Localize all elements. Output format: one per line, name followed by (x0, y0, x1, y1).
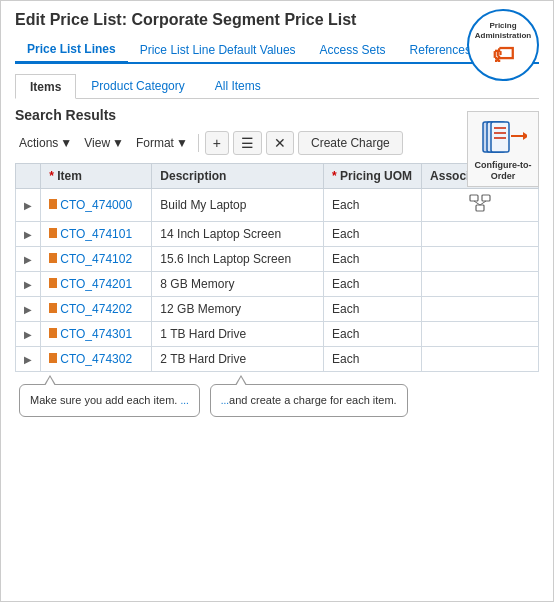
expand-arrow[interactable]: ▶ (24, 200, 32, 211)
item-flag-icon (49, 328, 57, 338)
main-tabs: Price List Lines Price List Line Default… (15, 37, 539, 64)
table-row: ▶CTO_4743011 TB Hard DriveEach (16, 322, 539, 347)
svg-rect-9 (482, 195, 490, 201)
table-row: ▶CTO_47420212 GB MemoryEach (16, 297, 539, 322)
sub-tab-items[interactable]: Items (15, 74, 76, 99)
sub-tab-all-items[interactable]: All Items (200, 74, 276, 98)
actions-chevron-icon: ▼ (60, 136, 72, 150)
page-title: Edit Price List: Corporate Segment Price… (15, 11, 539, 29)
svg-marker-7 (523, 132, 527, 140)
item-cell: CTO_474302 (41, 347, 152, 372)
description-cell: 14 Inch Laptop Screen (152, 222, 324, 247)
associated-items-cell (422, 222, 539, 247)
tab-price-list-line-default-values[interactable]: Price List Line Default Values (128, 38, 308, 62)
cto-label: Configure-to-Order (472, 160, 534, 182)
toolbar: Actions ▼ View ▼ Format ▼ + ☰ ✕ Create C… (15, 131, 539, 155)
pricing-uom-cell: Each (324, 322, 422, 347)
view-button[interactable]: View ▼ (80, 133, 128, 153)
edit-icon: ☰ (241, 135, 254, 151)
expand-arrow[interactable]: ▶ (24, 254, 32, 265)
item-cell: CTO_474201 (41, 272, 152, 297)
item-flag-icon (49, 303, 57, 313)
description-cell: 12 GB Memory (152, 297, 324, 322)
expand-arrow[interactable]: ▶ (24, 329, 32, 340)
expand-arrow[interactable]: ▶ (24, 279, 32, 290)
item-cell: CTO_474000 (41, 189, 152, 222)
col-header-pricing-uom: Pricing UOM (324, 164, 422, 189)
table-header-row: Item Description Pricing UOM Associated … (16, 164, 539, 189)
item-cell: CTO_474301 (41, 322, 152, 347)
callouts-row: Make sure you add each item. ... ...and … (15, 384, 539, 417)
associated-items-cell (422, 347, 539, 372)
add-icon: + (213, 135, 221, 151)
sub-tab-product-category[interactable]: Product Category (76, 74, 199, 98)
item-link[interactable]: CTO_474000 (60, 198, 132, 212)
table-body: ▶CTO_474000Build My LaptopEach ▶CTO_4741… (16, 189, 539, 372)
item-link[interactable]: CTO_474201 (60, 277, 132, 291)
view-chevron-icon: ▼ (112, 136, 124, 150)
item-flag-icon (49, 228, 57, 238)
associated-items-cell (422, 322, 539, 347)
associated-items-icon[interactable] (469, 198, 491, 215)
description-cell: 8 GB Memory (152, 272, 324, 297)
associated-items-cell (422, 297, 539, 322)
item-cell: CTO_474102 (41, 247, 152, 272)
items-table: Item Description Pricing UOM Associated … (15, 163, 539, 372)
format-chevron-icon: ▼ (176, 136, 188, 150)
pricing-uom-cell: Each (324, 189, 422, 222)
item-flag-icon (49, 199, 57, 209)
description-cell: 2 TB Hard Drive (152, 347, 324, 372)
item-link[interactable]: CTO_474102 (60, 252, 132, 266)
callout-2-text: ...and create a charge for each item. (221, 394, 397, 406)
actions-button[interactable]: Actions ▼ (15, 133, 76, 153)
col-header-expand (16, 164, 41, 189)
tab-access-sets[interactable]: Access Sets (308, 38, 398, 62)
actions-label: Actions (19, 136, 58, 150)
table-row: ▶CTO_4743022 TB Hard DriveEach (16, 347, 539, 372)
svg-line-12 (480, 201, 486, 205)
item-link[interactable]: CTO_474202 (60, 302, 132, 316)
create-charge-label: Create Charge (311, 136, 390, 150)
expand-arrow[interactable]: ▶ (24, 304, 32, 315)
item-cell: CTO_474202 (41, 297, 152, 322)
create-charge-button[interactable]: Create Charge (298, 131, 403, 155)
pricing-uom-cell: Each (324, 247, 422, 272)
pricing-uom-cell: Each (324, 347, 422, 372)
sub-tabs: Items Product Category All Items (15, 74, 539, 99)
associated-items-cell (422, 189, 539, 222)
item-flag-icon (49, 353, 57, 363)
item-flag-icon (49, 253, 57, 263)
format-label: Format (136, 136, 174, 150)
expand-arrow[interactable]: ▶ (24, 229, 32, 240)
callout-bubble-2: ...and create a charge for each item. (210, 384, 408, 417)
cto-book-icon (479, 118, 527, 160)
tab-price-list-lines[interactable]: Price List Lines (15, 37, 128, 64)
svg-rect-2 (491, 122, 509, 152)
pricing-uom-cell: Each (324, 272, 422, 297)
table-row: ▶CTO_474000Build My LaptopEach (16, 189, 539, 222)
delete-icon: ✕ (274, 135, 286, 151)
configure-to-order-widget[interactable]: Configure-to-Order (467, 111, 539, 187)
item-flag-icon (49, 278, 57, 288)
expand-arrow[interactable]: ▶ (24, 354, 32, 365)
add-button[interactable]: + (205, 131, 229, 155)
col-header-item: Item (41, 164, 152, 189)
edit-button[interactable]: ☰ (233, 131, 262, 155)
table-row: ▶CTO_4742018 GB MemoryEach (16, 272, 539, 297)
pricing-uom-cell: Each (324, 297, 422, 322)
pricing-uom-cell: Each (324, 222, 422, 247)
callout-1-text: Make sure you add each item. ... (30, 394, 189, 406)
description-cell: Build My Laptop (152, 189, 324, 222)
view-label: View (84, 136, 110, 150)
item-link[interactable]: CTO_474301 (60, 327, 132, 341)
table-row: ▶CTO_47410114 Inch Laptop ScreenEach (16, 222, 539, 247)
item-link[interactable]: CTO_474101 (60, 227, 132, 241)
format-button[interactable]: Format ▼ (132, 133, 192, 153)
search-results-title: Search Results (15, 107, 539, 123)
item-link[interactable]: CTO_474302 (60, 352, 132, 366)
associated-items-cell (422, 247, 539, 272)
main-container: Pricing Administration 🏷 Edit Price List… (0, 0, 554, 602)
delete-button[interactable]: ✕ (266, 131, 294, 155)
description-cell: 15.6 Inch Laptop Screen (152, 247, 324, 272)
pricing-admin-badge[interactable]: Pricing Administration 🏷 (467, 9, 539, 81)
